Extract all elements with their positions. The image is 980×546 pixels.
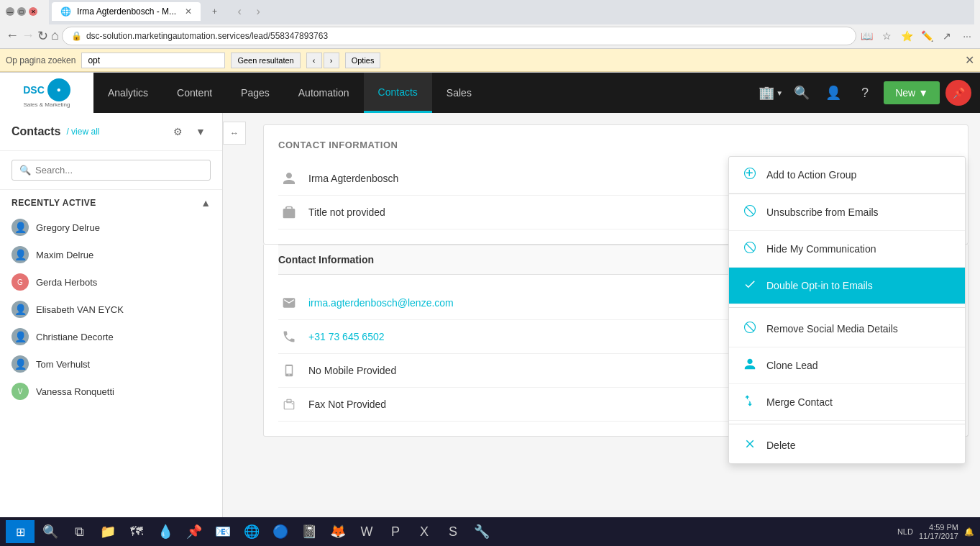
nav-content[interactable]: Content [162,73,226,113]
menu-item-label: Clone Lead [766,360,818,371]
new-button[interactable]: New ▼ [884,81,940,104]
taskbar-outlook-btn[interactable]: 📧 [210,519,236,545]
collection-icon[interactable]: ⭐ [899,29,914,43]
nav-pages[interactable]: Pages [226,73,284,113]
contact-name: Maxim Delrue [36,250,93,260]
list-item[interactable]: 👤 Tom Verhulst [12,351,211,377]
delete-icon [743,437,758,453]
taskbar-ff-btn[interactable]: 🦊 [325,519,351,545]
reader-icon[interactable]: 📖 [859,29,874,43]
help-nav-btn[interactable]: ? [852,80,878,106]
find-prev-btn[interactable]: ‹ [306,53,322,68]
sidebar-view-all-link[interactable]: / view all [66,127,99,137]
nav-back-btn[interactable]: ← [6,28,19,43]
phone-icon [278,326,300,347]
search-input-wrap[interactable]: 🔍 [12,160,211,181]
merge-icon [743,394,758,410]
menu-delete[interactable]: Delete [729,427,965,463]
menu-merge-contact[interactable]: Merge Contact [729,384,965,421]
sidebar-contacts-title: Contacts [12,125,60,138]
nav-forward-btn[interactable]: → [22,28,35,43]
taskbar-skype-btn[interactable]: S [440,519,466,545]
taskbar-chrome-btn[interactable]: 🔵 [267,519,293,545]
list-item[interactable]: V Vanessa Ronquetti [12,378,211,404]
user-avatar-btn[interactable]: 📌 [945,80,971,106]
taskbar-notification-icon[interactable]: 🔔 [964,527,974,537]
find-bar: Op pagina zoeken opt Geen resultaten ‹ ›… [0,49,980,72]
close-btn[interactable]: ✕ [29,7,37,16]
menu-double-opt-in[interactable]: Double Opt-in to Emails [729,268,965,304]
share-icon[interactable]: ↗ [940,29,954,43]
logo-sub: Sales & Marketing [24,101,70,108]
list-item[interactable]: 👤 Gregory Delrue [12,214,211,240]
nav-contacts[interactable]: Contacts [364,73,432,113]
find-input[interactable]: opt [81,53,225,68]
menu-add-action-group[interactable]: Add to Action Group [729,157,965,194]
collapse-sidebar-btn[interactable]: ↔ [223,122,246,145]
nav-automation[interactable]: Automation [284,73,364,113]
find-next-btn[interactable]: › [324,53,339,68]
avatar: 👤 [12,219,29,236]
favorites-icon[interactable]: ☆ [879,29,894,43]
menu-item-label: Hide My Communication [766,243,876,255]
taskbar-edge-btn[interactable]: 🌐 [239,519,265,545]
active-tab[interactable]: 🌐 Irma Agterdenbosch - M... ✕ [52,2,201,21]
search-nav-btn[interactable]: 🔍 [789,80,815,106]
sidebar-gear-btn[interactable]: ⚙ [168,122,188,142]
url-input[interactable]: 🔒 dsc-solution.marketingautomation.servi… [62,27,856,45]
recently-active-section: RECENTLY ACTIVE ▲ 👤 Gregory Delrue 👤 Max… [0,190,222,411]
search-input[interactable] [35,165,203,176]
menu-hide-comm[interactable]: Hide My Communication [729,231,965,268]
taskbar-onedrive-btn[interactable]: 💧 [152,519,178,545]
nav-analytics[interactable]: Analytics [93,73,162,113]
list-item[interactable]: G Gerda Herbots [12,269,211,295]
taskbar-onenote-btn[interactable]: 📓 [296,519,322,545]
tab-forward-btn[interactable]: › [250,4,266,19]
contact-email[interactable]: irma.agterdenbosch@lenze.com [308,297,454,309]
main-layout: Contacts / view all ⚙ ▼ 🔍 RECENTLY ACTIV… [0,113,980,521]
contact-phone[interactable]: +31 73 645 6502 [308,331,385,342]
clone-icon [743,358,758,373]
list-item[interactable]: 👤 Maxim Delrue [12,242,211,268]
taskbar-excel-btn[interactable]: X [411,519,437,545]
logo-icon: ● [47,78,70,101]
nav-items: Analytics Content Pages Automation Conta… [93,73,486,113]
menu-clone-lead[interactable]: Clone Lead [729,347,965,384]
taskbar-file-btn[interactable]: 📁 [95,519,121,545]
menu-unsubscribe[interactable]: Unsubscribe from Emails [729,194,965,231]
app-logo[interactable]: DSC ● Sales & Marketing [0,73,93,113]
list-item[interactable]: 👤 Elisabeth VAN EYCK [12,296,211,322]
taskbar-extra-btn[interactable]: 🔧 [469,519,495,545]
check-icon [743,278,758,294]
list-item[interactable]: 👤 Christiane Decorte [12,324,211,350]
start-button[interactable]: ⊞ [6,520,35,543]
taskbar-task-view-btn[interactable]: ⧉ [66,519,92,545]
menu-icon[interactable]: ··· [960,29,974,43]
building-icon-btn[interactable]: 🏢 ▼ [759,85,783,101]
nav-sales[interactable]: Sales [432,73,486,113]
taskbar-pinned1-btn[interactable]: 📌 [181,519,207,545]
refresh-btn[interactable]: ↻ [37,28,48,44]
taskbar-search-btn[interactable]: 🔍 [37,519,63,545]
collapse-recently-active-btn[interactable]: ▲ [201,197,211,209]
tab-back-btn[interactable]: ‹ [232,4,247,19]
svg-rect-1 [287,399,291,403]
find-close-btn[interactable]: ✕ [965,53,974,67]
taskbar-word-btn[interactable]: W [354,519,380,545]
taskbar-maps-btn[interactable]: 🗺 [124,519,150,545]
menu-item-label: Double Opt-in to Emails [766,280,873,291]
avatar-icon: 👤 [14,249,27,260]
menu-remove-social[interactable]: Remove Social Media Details [729,311,965,347]
taskbar-ppt-btn[interactable]: P [383,519,408,545]
nav-right: 🏢 ▼ 🔍 👤 ? New ▼ 📌 [759,80,980,106]
user-nav-btn[interactable]: 👤 [820,80,846,106]
new-tab-btn[interactable]: + [203,2,226,21]
home-btn[interactable]: ⌂ [51,28,59,43]
avatar: 👤 [12,328,29,345]
tab-close-icon[interactable]: ✕ [185,6,192,17]
sidebar-dropdown-btn[interactable]: ▼ [191,122,211,142]
notes-icon[interactable]: ✏️ [920,29,934,43]
find-options-btn[interactable]: Opties [345,53,381,68]
minimize-btn[interactable]: — [6,7,14,16]
maximize-btn[interactable]: □ [17,7,26,16]
